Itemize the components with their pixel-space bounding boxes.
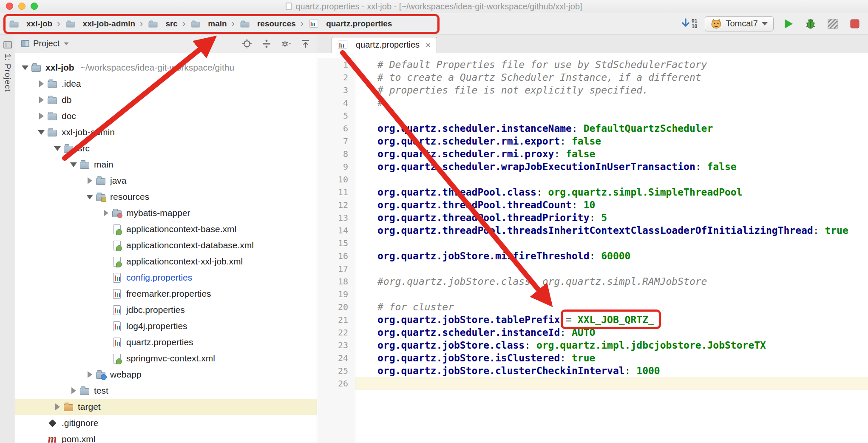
- code-line-4[interactable]: 4#: [317, 97, 868, 109]
- tree-item-applicationcontext-xxl-job.xml[interactable]: applicationcontext-xxl-job.xml: [15, 253, 317, 270]
- tree-item-jdbc.properties[interactable]: jdbc.properties: [15, 302, 317, 318]
- collapsed-arrow-icon[interactable]: [36, 97, 47, 103]
- breadcrumb-item-xxl-job-admin[interactable]: xxl-job-admin: [65, 19, 136, 28]
- breadcrumb-item-src[interactable]: src: [148, 19, 178, 28]
- line-number[interactable]: 15: [317, 237, 355, 250]
- collapsed-arrow-icon[interactable]: [36, 113, 47, 119]
- collapsed-arrow-icon[interactable]: [100, 210, 111, 216]
- line-number[interactable]: 25: [317, 364, 355, 377]
- tree-item-mybatis-mapper[interactable]: mybatis-mapper: [15, 205, 317, 221]
- tree-item-db[interactable]: db: [15, 92, 317, 108]
- code-line-1[interactable]: 1# Default Properties file for use by St…: [317, 58, 868, 71]
- code-line-18[interactable]: 18#org.quartz.jobStore.class: org.quartz…: [317, 275, 868, 288]
- locate-button[interactable]: [242, 39, 252, 49]
- line-number[interactable]: 22: [317, 326, 355, 339]
- code-line-12[interactable]: 12org.quartz.threadPool.threadCount: 10: [317, 199, 868, 211]
- line-number[interactable]: 26: [317, 377, 355, 390]
- breadcrumb-item-quartz.properties[interactable]: quartz.properties: [308, 19, 392, 28]
- expanded-arrow-icon[interactable]: [52, 146, 63, 151]
- tree-item-applicationcontext-base.xml[interactable]: applicationcontext-base.xml: [15, 221, 317, 237]
- collapsed-arrow-icon[interactable]: [52, 403, 63, 410]
- breadcrumb-item-main[interactable]: main: [190, 19, 227, 28]
- code-line-14[interactable]: 14org.quartz.threadPool.threadsInheritCo…: [317, 224, 868, 237]
- line-number[interactable]: 10: [317, 173, 355, 186]
- run-configuration-select[interactable]: Tomcat7: [705, 16, 774, 31]
- code-line-8[interactable]: 8org.quartz.scheduler.rmi.proxy: false: [317, 148, 868, 160]
- code-line-21[interactable]: 21org.quartz.jobStore.tablePrefix = XXL_…: [317, 313, 868, 326]
- line-number[interactable]: 8: [317, 148, 355, 160]
- tree-item-applicationcontext-database.xml[interactable]: applicationcontext-database.xml: [15, 237, 317, 253]
- tree-item-test[interactable]: test: [15, 383, 317, 399]
- tree-item-config.properties[interactable]: config.properties: [15, 270, 317, 286]
- line-number[interactable]: 6: [317, 122, 355, 135]
- run-button[interactable]: [781, 17, 796, 31]
- tab-quartz-properties[interactable]: quartz.properties ×: [332, 37, 437, 53]
- collapse-all-button[interactable]: [301, 39, 311, 49]
- tree-item-webapp[interactable]: webapp: [15, 366, 317, 383]
- breadcrumb-item-xxl-job[interactable]: xxl-job: [9, 19, 52, 28]
- tree-item-resources[interactable]: resources: [15, 189, 317, 205]
- code-line-17[interactable]: 17: [317, 262, 868, 275]
- line-number[interactable]: 19: [317, 288, 355, 301]
- tree-item-.gitignore[interactable]: .gitignore: [15, 415, 317, 431]
- collapsed-arrow-icon[interactable]: [84, 371, 95, 378]
- line-number[interactable]: 18: [317, 275, 355, 288]
- code-line-16[interactable]: 16org.quartz.jobStore.misfireThreshold: …: [317, 250, 868, 262]
- line-number[interactable]: 14: [317, 224, 355, 237]
- tree-item-.idea[interactable]: .idea: [15, 76, 317, 92]
- code-line-7[interactable]: 7org.quartz.scheduler.rmi.export: false: [317, 135, 868, 148]
- code-line-26[interactable]: 26: [317, 377, 868, 390]
- vcs-update-indicator[interactable]: 01 10: [681, 18, 697, 29]
- coverage-button[interactable]: [825, 17, 840, 31]
- tree-item-src[interactable]: src: [15, 140, 317, 156]
- line-number[interactable]: 4: [317, 97, 355, 109]
- code-line-19[interactable]: 19: [317, 288, 868, 301]
- mac-close-button[interactable]: [6, 3, 13, 10]
- collapsed-arrow-icon[interactable]: [68, 387, 79, 394]
- tree-item-quartz.properties[interactable]: quartz.properties: [15, 334, 317, 350]
- line-number[interactable]: 17: [317, 262, 355, 275]
- scroll-from-source-button[interactable]: [261, 39, 272, 49]
- line-number[interactable]: 7: [317, 135, 355, 148]
- code-line-11[interactable]: 11org.quartz.threadPool.class: org.quart…: [317, 186, 868, 199]
- tree-item-target[interactable]: target: [15, 399, 317, 415]
- expanded-arrow-icon[interactable]: [36, 130, 47, 135]
- code-line-2[interactable]: 2# to create a Quartz Scheduler Instance…: [317, 71, 868, 84]
- code-line-3[interactable]: 3# properties file is not explicitly spe…: [317, 84, 868, 97]
- line-number[interactable]: 12: [317, 199, 355, 211]
- tree-item-xxl-job[interactable]: xxl-job~/workspaces/idea-git-workspace/g…: [15, 60, 317, 76]
- tree-item-xxl-job-admin[interactable]: xxl-job-admin: [15, 124, 317, 140]
- code-line-6[interactable]: 6org.quartz.scheduler.instanceName: Defa…: [317, 122, 868, 135]
- line-number[interactable]: 9: [317, 160, 355, 173]
- tree-item-springmvc-context.xml[interactable]: springmvc-context.xml: [15, 350, 317, 366]
- line-number[interactable]: 11: [317, 186, 355, 199]
- line-number[interactable]: 1: [317, 58, 355, 71]
- debug-button[interactable]: [803, 17, 818, 31]
- line-number[interactable]: 21: [317, 313, 355, 326]
- mac-zoom-button[interactable]: [31, 3, 38, 10]
- close-tab-icon[interactable]: ×: [425, 41, 431, 49]
- line-number[interactable]: 24: [317, 352, 355, 364]
- collapsed-arrow-icon[interactable]: [84, 177, 95, 184]
- code-line-15[interactable]: 15: [317, 237, 868, 250]
- tree-item-log4j.properties[interactable]: log4j.properties: [15, 318, 317, 334]
- line-number[interactable]: 2: [317, 71, 355, 84]
- breadcrumb-item-resources[interactable]: resources: [239, 19, 296, 28]
- expanded-arrow-icon[interactable]: [68, 162, 79, 167]
- code-line-23[interactable]: 23org.quartz.jobStore.class: org.quartz.…: [317, 339, 868, 352]
- stop-button[interactable]: [848, 17, 862, 31]
- code-line-9[interactable]: 9org.quartz.scheduler.wrapJobExecutionIn…: [317, 160, 868, 173]
- tree-item-java[interactable]: java: [15, 173, 317, 189]
- tree-item-doc[interactable]: doc: [15, 108, 317, 124]
- line-number[interactable]: 3: [317, 84, 355, 97]
- code-line-5[interactable]: 5: [317, 109, 868, 122]
- tree-item-freemarker.properties[interactable]: freemarker.properties: [15, 286, 317, 302]
- mac-minimize-button[interactable]: [18, 3, 26, 10]
- expanded-arrow-icon[interactable]: [20, 65, 31, 70]
- tool-window-tab-project[interactable]: 1: Project: [3, 54, 12, 92]
- expanded-arrow-icon[interactable]: [84, 195, 95, 199]
- line-number[interactable]: 13: [317, 211, 355, 224]
- code-line-13[interactable]: 13org.quartz.threadPool.threadPriority: …: [317, 211, 868, 224]
- code-line-25[interactable]: 25org.quartz.jobStore.clusterCheckinInte…: [317, 364, 868, 377]
- code-line-24[interactable]: 24org.quartz.jobStore.isClustered: true: [317, 352, 868, 364]
